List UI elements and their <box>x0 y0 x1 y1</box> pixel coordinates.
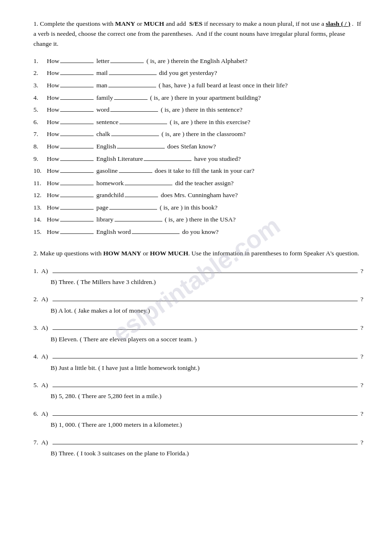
q12-num: 12. <box>33 190 47 200</box>
q11-item: 11. How homework did the teacher assign? <box>33 178 363 189</box>
q2-1-item: 1. A) ? B) Three. ( The Millers have 3 c… <box>33 265 363 287</box>
q2-5-item: 5. A) ? B) 5, 280. ( There are 5,280 fee… <box>33 379 363 401</box>
q2-4-a: 4. A) ? <box>33 351 363 362</box>
q13-num: 13. <box>33 202 47 213</box>
q8-blank1[interactable] <box>60 148 94 148</box>
q4-blank2[interactable] <box>114 99 148 100</box>
q2-7-qmark: ? <box>360 437 363 448</box>
q6-blank2[interactable] <box>119 124 167 124</box>
q7-num: 7. <box>33 129 47 139</box>
q9-num: 9. <box>33 154 47 164</box>
q11-blank1[interactable] <box>60 185 94 185</box>
q2-1-blank[interactable] <box>53 273 358 273</box>
q3-num: 3. <box>33 80 47 91</box>
q6-item: 6. How sentence ( is, are ) there in thi… <box>33 117 363 127</box>
q2-4-blank[interactable] <box>53 358 358 358</box>
q9-blank2[interactable] <box>144 160 191 161</box>
q13-blank2[interactable] <box>109 209 157 210</box>
q7-blank2[interactable] <box>111 136 159 136</box>
q5-item: 5. How word ( is, are ) there in this se… <box>33 105 363 115</box>
q2-4-item: 4. A) ? B) Just a little bit. ( I have j… <box>33 351 363 373</box>
q2-blank2[interactable] <box>109 74 157 75</box>
q2-6-blank[interactable] <box>53 415 358 416</box>
section2-instructions: 2. Make up questions with HOW MANY or HO… <box>33 249 363 259</box>
q2-item: 2. How mail did you get yesterday? <box>33 68 363 78</box>
q1-num: 1. <box>33 56 47 66</box>
q11-blank2[interactable] <box>125 185 172 185</box>
q2-5-num: 5. A) <box>33 379 51 391</box>
q2-3-num: 3. A) <box>33 322 51 334</box>
q15-num: 15. <box>33 227 47 237</box>
q7-blank1[interactable] <box>60 136 94 136</box>
q2-3-blank[interactable] <box>53 329 358 330</box>
q3-item: 3. How man ( has, have ) a full beard at… <box>33 80 363 91</box>
q2-3-item: 3. A) ? B) Eleven. ( There are eleven pl… <box>33 322 363 344</box>
q8-blank2[interactable] <box>117 148 165 148</box>
q10-blank1[interactable] <box>60 172 94 173</box>
q13-blank1[interactable] <box>60 209 94 210</box>
q12-item: 12. How grandchild does Mrs. Cunningham … <box>33 190 363 200</box>
q4-blank1[interactable] <box>60 99 94 100</box>
q2-5-qmark: ? <box>360 379 363 391</box>
q2-6-qmark: ? <box>360 408 363 420</box>
q1-verb: ( is, are ) therein the English Alphabet… <box>145 56 247 66</box>
q3-blank1[interactable] <box>60 87 94 87</box>
q2-3-a: 3. A) ? <box>33 322 363 334</box>
q6-num: 6. <box>33 117 47 127</box>
q5-blank2[interactable] <box>110 111 158 112</box>
q11-num: 11. <box>33 178 47 189</box>
q2-7-blank[interactable] <box>53 444 358 444</box>
section2: 2. Make up questions with HOW MANY or HO… <box>33 249 363 459</box>
q9-item: 9. How English Literature have you studi… <box>33 154 363 164</box>
q2-5-blank[interactable] <box>53 387 358 387</box>
q8-num: 8. <box>33 141 47 152</box>
q1-word: letter <box>95 56 109 66</box>
q14-blank2[interactable] <box>115 221 162 221</box>
q2-2-blank[interactable] <box>53 301 358 301</box>
q14-num: 14. <box>33 214 47 225</box>
q5-num: 5. <box>33 105 47 115</box>
q2-6-a: 6. A) ? <box>33 408 363 420</box>
q15-blank1[interactable] <box>60 233 94 234</box>
q2-6-b: B) 1, 000. ( There are 1,000 meters in a… <box>51 420 363 430</box>
q8-item: 8. How English does Stefan know? <box>33 141 363 152</box>
q3-blank2[interactable] <box>108 87 156 87</box>
q15-item: 15. How English word do you know? <box>33 227 363 237</box>
q15-blank2[interactable] <box>132 233 180 234</box>
q6-blank1[interactable] <box>60 124 94 124</box>
q2-4-b: B) Just a little bit. ( I have just a li… <box>51 363 363 373</box>
q2-7-num: 7. A) <box>33 437 51 448</box>
q2-6-item: 6. A) ? B) 1, 000. ( There are 1,000 met… <box>33 408 363 430</box>
q9-blank1[interactable] <box>60 160 94 161</box>
q2-7-b: B) Three. ( I took 3 suitcases on the pl… <box>51 448 363 459</box>
q2-blank1[interactable] <box>60 74 94 75</box>
q10-blank2[interactable] <box>119 172 152 173</box>
q13-item: 13. How page ( is, are ) in this book? <box>33 202 363 213</box>
q4-num: 4. <box>33 93 47 103</box>
q2-2-item: 2. A) ? B) A lot. ( Jake makes a lot of … <box>33 294 363 316</box>
q1-blank2[interactable] <box>110 63 144 63</box>
q2-2-num: 2. A) <box>33 294 51 305</box>
q1-blank1[interactable] <box>60 63 94 63</box>
q5-blank1[interactable] <box>60 111 94 112</box>
q2-2-a: 2. A) ? <box>33 294 363 305</box>
q2-2-qmark: ? <box>360 294 363 305</box>
q2-3-b: B) Eleven. ( There are eleven players on… <box>51 334 363 345</box>
q12-blank2[interactable] <box>125 197 158 197</box>
q14-blank1[interactable] <box>60 221 94 221</box>
q1-item: 1. How letter ( is, are ) therein the En… <box>33 56 363 66</box>
q1-how: How <box>47 56 59 66</box>
q2-1-a: 1. A) ? <box>33 265 363 277</box>
q2-3-qmark: ? <box>360 322 363 334</box>
q10-num: 10. <box>33 166 47 176</box>
q2-1-b: B) Three. ( The Millers have 3 children.… <box>51 277 363 287</box>
q12-blank1[interactable] <box>60 197 94 197</box>
section2-questions: 1. A) ? B) Three. ( The Millers have 3 c… <box>33 265 363 459</box>
q7-item: 7. How chalk ( is, are ) there in the cl… <box>33 129 363 139</box>
q14-item: 14. How library ( is, are ) there in the… <box>33 214 363 225</box>
section1-instructions: 1. Complete the questions with MANY or M… <box>33 19 363 49</box>
q2-1-qmark: ? <box>360 265 363 277</box>
q2-1-num: 1. A) <box>33 265 51 277</box>
q2-5-a: 5. A) ? <box>33 379 363 391</box>
q2-6-num: 6. A) <box>33 408 51 420</box>
